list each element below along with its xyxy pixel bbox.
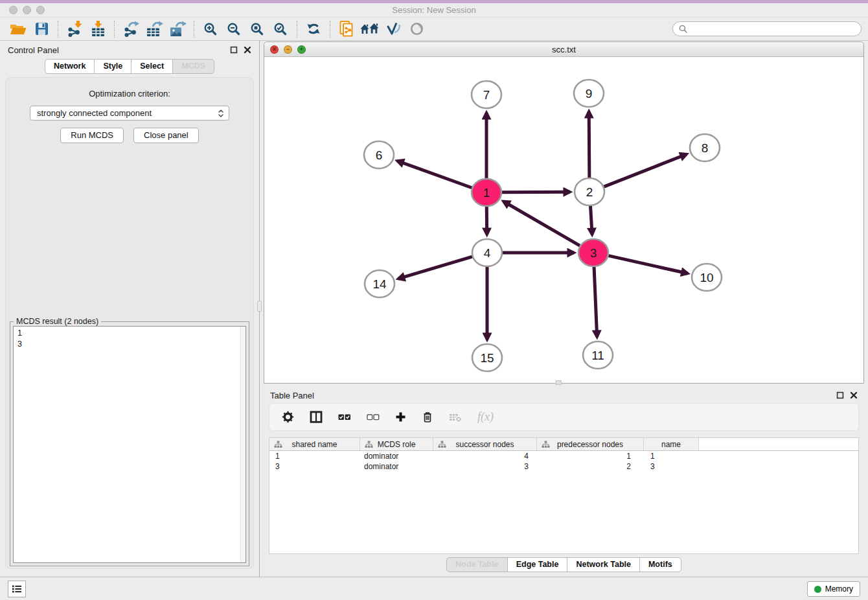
columns-button[interactable] <box>310 411 323 423</box>
export-table-icon <box>145 21 163 37</box>
graph-node-4[interactable]: 4 <box>472 239 502 266</box>
table-cell[interactable]: 3 <box>644 462 699 471</box>
table-tab-network-table[interactable]: Network Table <box>567 557 640 572</box>
graph-node-label: 8 <box>702 141 709 155</box>
export-table-button[interactable] <box>143 19 166 39</box>
toolbar-separator <box>297 21 297 38</box>
network-maximize-button[interactable]: + <box>297 45 306 54</box>
table-row[interactable]: 3dominator323 <box>269 461 858 472</box>
zoom-out-button[interactable] <box>222 19 246 39</box>
network-minimize-button[interactable]: − <box>284 45 292 54</box>
tab-network[interactable]: Network <box>45 59 95 74</box>
tab-select[interactable]: Select <box>131 59 173 74</box>
import-network-button[interactable] <box>63 19 86 39</box>
open-session-button[interactable] <box>6 19 30 39</box>
graph-edge-3-10[interactable] <box>608 256 687 273</box>
table-cell[interactable]: 1 <box>537 452 644 461</box>
save-session-button[interactable] <box>30 19 53 39</box>
import-table-button[interactable] <box>86 19 109 39</box>
tab-mcds[interactable]: MCDS <box>172 59 214 74</box>
graph-edge-2-9[interactable] <box>589 111 589 178</box>
graph-node-10[interactable]: 10 <box>692 264 722 291</box>
horizontal-splitter-grip[interactable] <box>556 380 562 385</box>
float-table-panel-button[interactable] <box>836 391 844 399</box>
optimization-criterion-select[interactable]: strongly connected component <box>30 106 229 121</box>
gear-button[interactable] <box>282 411 294 423</box>
graph-edge-2-8[interactable] <box>604 154 687 187</box>
graph-node-15[interactable]: 15 <box>472 344 502 371</box>
table-cell[interactable]: 4 <box>433 452 537 461</box>
function-button[interactable]: f(x) <box>477 410 494 424</box>
table-tab-edge-table[interactable]: Edge Table <box>507 557 568 572</box>
graph-node-8[interactable]: 8 <box>690 134 720 161</box>
graph-node-14[interactable]: 14 <box>365 270 394 297</box>
zoom-in-button[interactable] <box>199 19 222 39</box>
delete-column-button[interactable] <box>422 411 433 423</box>
control-panel-tabs: NetworkStyleSelectMCDS <box>0 59 259 74</box>
graph-node-6[interactable]: 6 <box>364 141 394 168</box>
result-scrollbar[interactable] <box>240 327 246 562</box>
home-button[interactable] <box>358 19 382 39</box>
column-header-predecessor-nodes[interactable]: predecessor nodes <box>537 438 644 450</box>
column-label: shared name <box>291 440 337 449</box>
mcds-result-text[interactable]: 1 3 <box>13 326 246 563</box>
node-table: shared nameMCDS rolesuccessor nodesprede… <box>269 437 859 554</box>
close-panel-action-button[interactable]: Close panel <box>133 128 199 143</box>
select-all-button[interactable] <box>338 412 351 422</box>
graph-node-1[interactable]: 1 <box>472 179 501 206</box>
network-close-button[interactable]: ✕ <box>270 45 279 54</box>
table-panel-title: Table Panel <box>270 391 314 400</box>
graph-edge-4-14[interactable] <box>398 257 472 279</box>
task-history-button[interactable] <box>8 581 26 597</box>
graph-edge-3-11[interactable] <box>594 267 597 337</box>
refresh-button[interactable] <box>302 19 325 39</box>
table-cell[interactable]: dominator <box>360 452 433 461</box>
graph-node-2[interactable]: 2 <box>575 178 604 205</box>
close-table-panel-button[interactable] <box>850 391 858 399</box>
tab-style[interactable]: Style <box>94 59 131 74</box>
eye-button[interactable] <box>405 19 428 39</box>
column-header-MCDS-role[interactable]: MCDS role <box>360 438 433 450</box>
deselect-all-button[interactable] <box>367 412 380 422</box>
table-cell[interactable]: 3 <box>433 462 537 471</box>
graph-node-7[interactable]: 7 <box>472 81 501 108</box>
graph-edge-1-2[interactable] <box>502 192 570 192</box>
table-cell[interactable]: 2 <box>537 462 644 471</box>
vertical-splitter-grip[interactable] <box>257 301 262 312</box>
table-row[interactable]: 1dominator411 <box>269 451 858 461</box>
column-header-shared-name[interactable]: shared name <box>269 438 360 450</box>
close-panel-button[interactable] <box>244 46 251 54</box>
table-cell[interactable]: 1 <box>644 452 699 461</box>
zoom-selected-button[interactable] <box>269 19 292 39</box>
graph-node-3[interactable]: 3 <box>578 239 608 266</box>
column-label: MCDS role <box>378 440 416 449</box>
network-canvas[interactable]: 7968124314101511 <box>264 57 863 383</box>
table-tab-motifs[interactable]: Motifs <box>639 557 681 572</box>
float-panel-button[interactable] <box>230 46 238 54</box>
export-image-button[interactable] <box>166 19 189 39</box>
graph-node-11[interactable]: 11 <box>583 341 613 369</box>
network-file-button[interactable] <box>335 19 358 39</box>
column-header-name[interactable]: name <box>644 438 699 450</box>
memory-button[interactable]: Memory <box>807 581 860 597</box>
column-header-successor-nodes[interactable]: successor nodes <box>433 438 537 450</box>
table-cell[interactable]: dominator <box>360 462 433 471</box>
zoom-fit-button[interactable] <box>246 19 269 39</box>
delete-table-button[interactable] <box>449 412 462 422</box>
export-network-button[interactable] <box>119 19 143 39</box>
run-mcds-button[interactable]: Run MCDS <box>60 128 124 143</box>
gear-icon <box>282 411 294 423</box>
search-input[interactable] <box>691 25 855 34</box>
add-column-button[interactable] <box>395 411 406 422</box>
search-box[interactable] <box>672 21 862 36</box>
columns-icon <box>310 411 323 423</box>
graph-edge-1-6[interactable] <box>397 161 472 188</box>
hide-panels-button[interactable] <box>382 19 405 39</box>
shared-column-icon <box>438 441 446 448</box>
table-cell[interactable]: 3 <box>269 462 360 471</box>
table-cell[interactable]: 1 <box>269 452 360 461</box>
graph-edge-2-3[interactable] <box>591 206 593 235</box>
table-tab-node-table[interactable]: Node Table <box>446 557 507 572</box>
graph-edge-3-1[interactable] <box>503 202 580 246</box>
graph-node-9[interactable]: 9 <box>574 80 604 107</box>
